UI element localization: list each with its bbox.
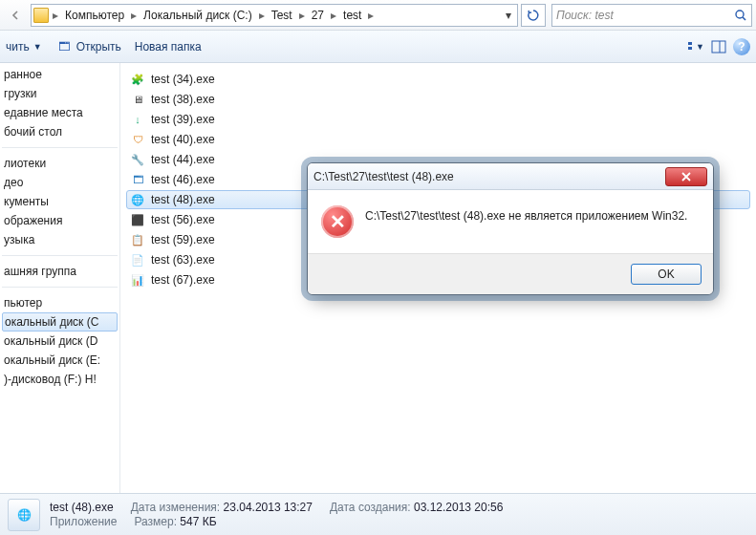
- breadcrumb-item[interactable]: test: [338, 7, 366, 24]
- status-size: 547 КБ: [180, 515, 216, 528]
- sidebar-item-drive[interactable]: окальный диск (D: [0, 332, 119, 351]
- error-icon: ✕: [321, 205, 354, 238]
- close-button[interactable]: [665, 167, 707, 186]
- sidebar-item-drive[interactable]: окальный диск (E:: [0, 351, 119, 370]
- file-name: test (56).exe: [151, 213, 215, 226]
- file-name: test (39).exe: [151, 113, 215, 126]
- file-name: test (40).exe: [151, 133, 215, 146]
- dropdown-caret-icon[interactable]: ▾: [502, 9, 515, 22]
- error-dialog: C:\Test\27\test\test (48).exe ✕ C:\Test\…: [307, 162, 714, 295]
- open-icon: 🗔: [55, 38, 73, 55]
- back-button[interactable]: [8, 8, 23, 23]
- file-name: test (67).exe: [151, 273, 215, 287]
- status-filename: test (48).exe: [50, 501, 114, 514]
- breadcrumb-item[interactable]: Test: [267, 7, 297, 24]
- sidebar-item[interactable]: ображения: [0, 211, 119, 230]
- caret-down-icon: ▼: [33, 42, 42, 52]
- file-item[interactable]: 🖥test (38).exe: [126, 90, 750, 109]
- file-name: test (59).exe: [151, 233, 215, 246]
- file-icon: 📋: [130, 232, 145, 247]
- svg-point-0: [736, 11, 744, 18]
- file-icon: 📄: [130, 252, 145, 268]
- file-item[interactable]: 🧩test (34).exe: [126, 70, 750, 89]
- sidebar-item[interactable]: грузки: [0, 84, 119, 103]
- file-icon: 🔧: [130, 152, 145, 167]
- svg-rect-6: [712, 41, 725, 53]
- dialog-titlebar[interactable]: C:\Test\27\test\test (48).exe: [308, 163, 713, 190]
- folder-icon: [33, 8, 49, 23]
- file-item[interactable]: 🛡test (40).exe: [126, 130, 750, 149]
- breadcrumb[interactable]: ▸ Компьютер ▸ Локальный диск (C:) ▸ Test…: [31, 4, 518, 27]
- chevron-right-icon: ▸: [297, 9, 307, 22]
- chevron-right-icon: ▸: [257, 9, 267, 22]
- file-icon: 🌐: [130, 192, 145, 207]
- file-name: test (44).exe: [151, 153, 215, 166]
- divider: [2, 147, 118, 148]
- svg-line-1: [743, 17, 745, 20]
- chevron-right-icon: ▸: [129, 9, 139, 22]
- divider: [2, 255, 118, 256]
- status-label: Дата изменения:: [131, 501, 221, 514]
- organize-menu[interactable]: чить▼: [6, 40, 42, 54]
- file-icon: 🧩: [130, 72, 145, 87]
- sidebar-item[interactable]: бочий стол: [0, 122, 119, 141]
- search-input[interactable]: Поиск: test: [551, 4, 752, 27]
- file-name: test (34).exe: [151, 73, 215, 86]
- file-icon: 🖥: [130, 92, 145, 107]
- refresh-button[interactable]: [521, 4, 546, 27]
- status-created: 03.12.2013 20:56: [414, 501, 503, 514]
- sidebar: ранное грузки едавние места бочий стол л…: [0, 63, 120, 493]
- status-bar: 🌐 test (48).exe Дата изменения: 23.04.20…: [0, 493, 756, 535]
- caret-down-icon: ▼: [696, 42, 704, 52]
- sidebar-item[interactable]: део: [0, 173, 119, 192]
- status-filetype: Приложение: [50, 515, 117, 528]
- svg-rect-3: [688, 47, 692, 50]
- svg-rect-2: [688, 42, 692, 45]
- sidebar-item[interactable]: едавние места: [0, 103, 119, 122]
- file-name: test (46).exe: [151, 173, 215, 186]
- breadcrumb-item[interactable]: Локальный диск (C:): [139, 7, 257, 24]
- chevron-right-icon: ▸: [329, 9, 338, 22]
- preview-pane-button[interactable]: [710, 38, 727, 55]
- breadcrumb-item[interactable]: Компьютер: [60, 7, 129, 24]
- chevron-right-icon: ▸: [51, 9, 60, 22]
- chevron-right-icon: ▸: [366, 9, 376, 22]
- file-icon: ⬛: [130, 212, 145, 227]
- status-label: Дата создания:: [330, 501, 411, 514]
- sidebar-item[interactable]: ашняя группа: [0, 262, 119, 281]
- file-name: test (63).exe: [151, 253, 215, 267]
- file-name: test (48).exe: [151, 193, 215, 206]
- sidebar-item[interactable]: лиотеки: [0, 154, 119, 173]
- help-button[interactable]: ?: [733, 38, 750, 55]
- breadcrumb-item[interactable]: 27: [307, 7, 329, 24]
- file-name: test (38).exe: [151, 93, 215, 106]
- dialog-title: C:\Test\27\test\test (48).exe: [313, 170, 454, 183]
- file-icon: ↓: [130, 112, 145, 127]
- file-item[interactable]: ↓test (39).exe: [126, 110, 750, 129]
- sidebar-item[interactable]: кументы: [0, 192, 119, 211]
- ok-button[interactable]: OK: [631, 264, 702, 285]
- divider: [2, 287, 118, 288]
- search-placeholder: Поиск: test: [556, 9, 614, 22]
- sidebar-item[interactable]: пьютер: [0, 293, 119, 312]
- view-options-button[interactable]: ▼: [687, 38, 704, 55]
- new-folder-button[interactable]: Новая папка: [135, 40, 202, 54]
- file-icon: 🗔: [130, 172, 145, 187]
- file-icon: 🛡: [130, 132, 145, 147]
- sidebar-item[interactable]: узыка: [0, 230, 119, 249]
- address-bar: ▸ Компьютер ▸ Локальный диск (C:) ▸ Test…: [0, 0, 756, 31]
- status-label: Размер:: [134, 515, 177, 528]
- status-modified: 23.04.2013 13:27: [224, 501, 313, 514]
- file-icon: 📊: [130, 272, 145, 288]
- open-button[interactable]: 🗔Открыть: [55, 38, 121, 55]
- file-type-icon: 🌐: [8, 499, 40, 531]
- sidebar-item-drive[interactable]: окальный диск (C: [2, 312, 118, 332]
- sidebar-item[interactable]: ранное: [0, 65, 119, 84]
- dialog-message: C:\Test\27\test\test (48).exe не являетс…: [365, 205, 687, 223]
- toolbar: чить▼ 🗔Открыть Новая папка ▼ ?: [0, 31, 756, 63]
- sidebar-item-drive[interactable]: )-дисковод (F:) H!: [0, 370, 119, 389]
- search-icon: [734, 9, 747, 22]
